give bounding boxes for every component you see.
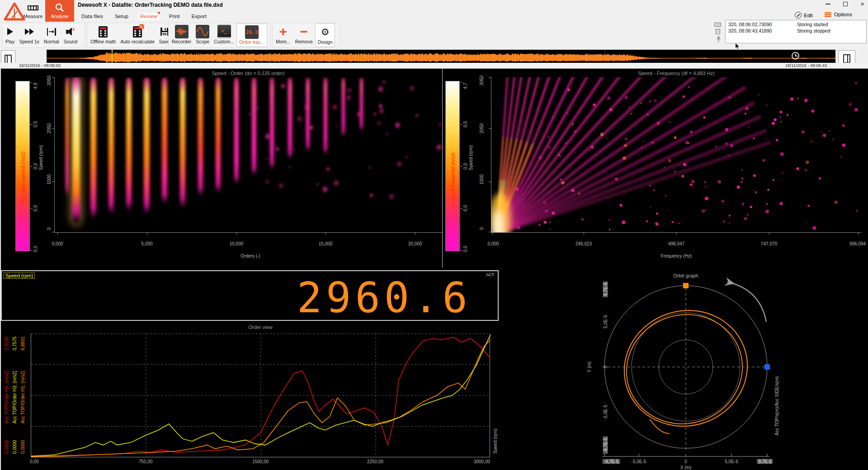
menu-data-files[interactable]: Data files: [80, 13, 105, 20]
waterfall-blob: [332, 103, 338, 112]
waterfall-blob: [278, 181, 284, 191]
waterfall-column: [144, 77, 150, 215]
waterfall-blob: [316, 182, 319, 186]
tick-mark: [30, 208, 33, 209]
waterfall-column: [198, 77, 203, 197]
minimize-button[interactable]: [826, 4, 830, 5]
y-tick: 0: [47, 227, 52, 230]
waterfall-blob: [368, 166, 371, 170]
tick-mark: [489, 77, 491, 78]
overview-time-band: 15/11/2016 - 08:06:02 15/11/2016 - 08:06…: [0, 63, 868, 69]
waveform: [47, 50, 835, 63]
menu-setup[interactable]: Setup: [113, 13, 130, 20]
orbit-graph-panel[interactable]: Orbit graph 9,7E-5 5,0E-5 0 -5,0E-5 -9,7…: [500, 270, 868, 470]
terminal-icon: >_: [217, 24, 231, 39]
order-waterfall-panel[interactable]: Speed - Order (do = 0,125 order) 4,9 0,5…: [1, 69, 442, 268]
panel-toggle-right-icon: [843, 54, 850, 63]
tab-measure[interactable]: Measure: [22, 2, 44, 19]
playback-cursor[interactable]: [112, 50, 113, 63]
x-tick: -5,0E-5: [632, 459, 646, 464]
x-tick: 747,070: [761, 241, 777, 246]
colorbar-tick: 4,7: [463, 83, 468, 89]
colorbar-tick: 0,0: [33, 205, 38, 212]
side-marker: [764, 364, 770, 370]
order-view-plot[interactable]: [31, 334, 490, 457]
tick-mark: [489, 232, 491, 232]
scope-button[interactable]: Scope: [193, 24, 212, 47]
sound-button[interactable]: xSound: [61, 24, 80, 47]
microphone-icon[interactable]: [717, 36, 721, 44]
order-tracking-button[interactable]: 26.3Order trac...: [236, 24, 267, 47]
channel-label: Acc TOP/Order H1; [m/s2]: [20, 371, 25, 423]
order-waterfall-plot[interactable]: [54, 77, 442, 232]
close-button[interactable]: ×: [860, 2, 864, 6]
normal-button[interactable]: →Normal: [42, 24, 61, 47]
waterfall-column: [90, 77, 96, 219]
fft-waterfall-plot[interactable]: [491, 77, 862, 232]
fft-waterfall-panel[interactable]: Speed - Frequency (df = 4,883 Hz) 4,7 0,…: [443, 69, 868, 268]
menu-export[interactable]: Export: [189, 13, 208, 20]
tick-mark: [460, 208, 462, 209]
waterfall-column: [324, 77, 327, 155]
x-axis-unit-label: Speed (rpm): [493, 428, 498, 454]
clock-icon[interactable]: [792, 52, 799, 60]
waterfall-blob: [275, 145, 280, 153]
x-tick: 5,0E-5: [725, 459, 738, 464]
colorbar-tick: 0,0: [463, 205, 468, 212]
x-axis-label: X (m): [680, 465, 691, 470]
edit-action[interactable]: Edit: [795, 12, 813, 19]
x-tick: 15,000: [319, 241, 333, 246]
channels-label: Acc TOP/s(m)/Acc SIDE/s(m): [774, 376, 779, 436]
end-timestamp: 15/11/2016 - 08:06:43: [785, 63, 827, 68]
y-axis-label: Y (m): [587, 362, 592, 372]
waterfall-column: [252, 77, 256, 176]
event-row: 320, 08:06:43,41890Storing stopped: [728, 28, 830, 33]
panel-title: Order view: [248, 324, 272, 330]
menu-bar: Data files Setup Review Print Export: [80, 13, 208, 20]
offline-math-button[interactable]: Offline math: [88, 24, 118, 47]
channel-chip[interactable]: Speed (rpm): [4, 273, 35, 279]
x-tick: 0: [684, 459, 687, 464]
menu-print[interactable]: Print: [167, 13, 182, 20]
minus-icon: −: [300, 24, 308, 39]
speed-button[interactable]: Speed 1x: [17, 24, 41, 47]
x-tick: 3000,00: [474, 459, 490, 464]
waterfall-blob: [382, 80, 386, 85]
waterfall-column: [270, 77, 274, 170]
overview-waveform[interactable]: [47, 50, 835, 63]
recorder-button[interactable]: Recorder: [170, 24, 193, 47]
more-button[interactable]: +More...: [274, 24, 293, 47]
waterfall-blob: [436, 142, 442, 152]
options-action[interactable]: Options: [825, 12, 852, 17]
waterfall-blob: [373, 112, 377, 117]
tick-mark: [30, 124, 33, 125]
maximize-button[interactable]: [843, 2, 848, 6]
remove-button[interactable]: −Remove: [293, 24, 315, 47]
menu-review[interactable]: Review: [138, 13, 159, 20]
waterfall-blob: [395, 120, 401, 130]
auto-recalculate-button[interactable]: ↻Auto recalculate: [118, 24, 156, 47]
x-tick: 750,00: [139, 459, 153, 464]
waterfall-blob: [265, 178, 270, 186]
notes-icon[interactable]: [716, 29, 720, 34]
waterfall-column: [66, 77, 69, 197]
hamburger-icon: [825, 12, 831, 17]
tab-analyse[interactable]: Analyse: [45, 0, 74, 22]
waterfall-blob: [388, 192, 395, 202]
x-axis-label: Frequency (Hz): [661, 254, 692, 258]
keyboard-icon[interactable]: [714, 23, 721, 27]
event-list[interactable]: 320, 08:06:02,73090Storing started 320, …: [725, 20, 867, 43]
colorbar-tick: 0,0: [33, 163, 38, 169]
speed-display-panel[interactable]: Speed (rpm) ACT 2960.6: [1, 270, 499, 321]
custom-button[interactable]: >_Custom...: [212, 24, 236, 47]
waterfall-column: [342, 77, 345, 137]
waterfall-blob: [322, 184, 328, 194]
tick-mark: [492, 232, 493, 235]
play-button[interactable]: Play: [3, 24, 17, 47]
order-view-panel[interactable]: Order view 1,5335 0,7575 6,8801 Acc TOP/…: [1, 323, 499, 470]
gear-icon: ⚙: [321, 25, 330, 39]
axis-min: 0,0000: [12, 440, 17, 454]
design-button[interactable]: ⚙Design: [315, 24, 335, 47]
dewesoft-window: Measure Analyse Dewesoft X - Datafile: O…: [0, 0, 868, 470]
x-tick: 249,023: [576, 241, 592, 246]
